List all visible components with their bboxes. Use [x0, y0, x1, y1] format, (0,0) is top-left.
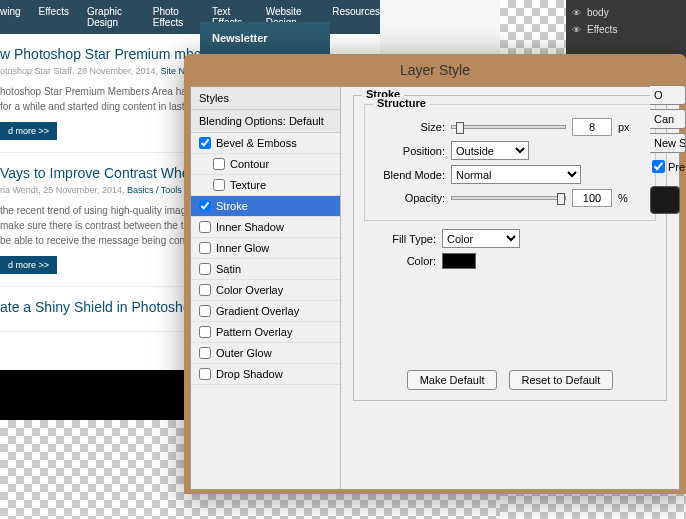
read-more-button[interactable]: d more >>: [0, 122, 57, 140]
style-checkbox[interactable]: [199, 326, 211, 338]
layer-row[interactable]: body: [570, 4, 682, 21]
color-label: Color:: [364, 255, 436, 267]
opacity-slider[interactable]: [451, 196, 566, 200]
position-label: Position:: [373, 145, 445, 157]
styles-header[interactable]: Styles: [191, 87, 340, 110]
style-checkbox[interactable]: [199, 221, 211, 233]
structure-legend: Structure: [373, 97, 430, 109]
visibility-icon[interactable]: [572, 24, 581, 35]
style-item-inner-glow[interactable]: Inner Glow: [191, 238, 340, 259]
style-checkbox[interactable]: [199, 347, 211, 359]
make-default-button[interactable]: Make Default: [407, 370, 498, 390]
image-placeholder: [0, 370, 200, 420]
color-swatch[interactable]: [442, 253, 476, 269]
preview-label: Pre: [668, 161, 685, 173]
styles-list: Styles Blending Options: Default Bevel &…: [191, 87, 341, 489]
fill-type-select[interactable]: Color: [442, 229, 520, 248]
size-label: Size:: [373, 121, 445, 133]
style-label: Drop Shadow: [216, 368, 283, 380]
dialog-side-buttons: O Can New S Pre: [650, 85, 686, 214]
nav-item[interactable]: Resources: [332, 6, 380, 28]
style-label: Contour: [230, 158, 269, 170]
new-style-button[interactable]: New S: [650, 133, 686, 153]
style-label: Satin: [216, 263, 241, 275]
layers-panel: body Effects: [566, 0, 686, 60]
style-label: Stroke: [216, 200, 248, 212]
style-item-texture[interactable]: Texture: [191, 175, 340, 196]
style-checkbox[interactable]: [199, 284, 211, 296]
blend-mode-label: Blend Mode:: [373, 169, 445, 181]
style-item-drop-shadow[interactable]: Drop Shadow: [191, 364, 340, 385]
style-checkbox[interactable]: [199, 200, 211, 212]
style-item-stroke[interactable]: Stroke: [191, 196, 340, 217]
position-select[interactable]: Outside: [451, 141, 529, 160]
style-label: Color Overlay: [216, 284, 283, 296]
nav-item[interactable]: Photo Effects: [153, 6, 194, 28]
style-item-bevel-emboss[interactable]: Bevel & Emboss: [191, 133, 340, 154]
opacity-unit: %: [618, 192, 628, 204]
size-input[interactable]: [572, 118, 612, 136]
style-item-satin[interactable]: Satin: [191, 259, 340, 280]
blending-options-header[interactable]: Blending Options: Default: [191, 110, 340, 133]
style-label: Gradient Overlay: [216, 305, 299, 317]
style-label: Outer Glow: [216, 347, 272, 359]
ok-button[interactable]: O: [650, 85, 686, 105]
style-label: Pattern Overlay: [216, 326, 292, 338]
style-item-outer-glow[interactable]: Outer Glow: [191, 343, 340, 364]
style-label: Bevel & Emboss: [216, 137, 297, 149]
size-unit: px: [618, 121, 630, 133]
newsletter-box: Newsletter: [200, 22, 330, 54]
nav-item[interactable]: Graphic Design: [87, 6, 135, 28]
style-checkbox[interactable]: [199, 305, 211, 317]
style-item-gradient-overlay[interactable]: Gradient Overlay: [191, 301, 340, 322]
preview-swatch: [650, 186, 680, 214]
style-label: Inner Glow: [216, 242, 269, 254]
read-more-button[interactable]: d more >>: [0, 256, 57, 274]
opacity-label: Opacity:: [373, 192, 445, 204]
stroke-settings-panel: Stroke Structure Size: px Position: Outs…: [341, 87, 679, 489]
style-item-pattern-overlay[interactable]: Pattern Overlay: [191, 322, 340, 343]
visibility-icon[interactable]: [572, 7, 581, 18]
style-checkbox[interactable]: [213, 179, 225, 191]
blend-mode-select[interactable]: Normal: [451, 165, 581, 184]
reset-to-default-button[interactable]: Reset to Default: [509, 370, 614, 390]
style-checkbox[interactable]: [199, 368, 211, 380]
style-item-inner-shadow[interactable]: Inner Shadow: [191, 217, 340, 238]
style-item-contour[interactable]: Contour: [191, 154, 340, 175]
layer-name: body: [587, 7, 609, 18]
style-checkbox[interactable]: [199, 263, 211, 275]
preview-checkbox[interactable]: [652, 160, 665, 173]
opacity-input[interactable]: [572, 189, 612, 207]
style-label: Texture: [230, 179, 266, 191]
layer-effects-row[interactable]: Effects: [570, 21, 682, 38]
style-checkbox[interactable]: [199, 242, 211, 254]
nav-item[interactable]: wing: [0, 6, 21, 28]
cancel-button[interactable]: Can: [650, 109, 686, 129]
effects-label: Effects: [587, 24, 617, 35]
style-checkbox[interactable]: [213, 158, 225, 170]
dialog-title: Layer Style: [184, 54, 686, 86]
layer-style-dialog: Layer Style Styles Blending Options: Def…: [184, 54, 686, 494]
nav-item[interactable]: Effects: [39, 6, 69, 28]
size-slider[interactable]: [451, 125, 566, 129]
fill-type-label: Fill Type:: [364, 233, 436, 245]
style-checkbox[interactable]: [199, 137, 211, 149]
style-label: Inner Shadow: [216, 221, 284, 233]
style-item-color-overlay[interactable]: Color Overlay: [191, 280, 340, 301]
